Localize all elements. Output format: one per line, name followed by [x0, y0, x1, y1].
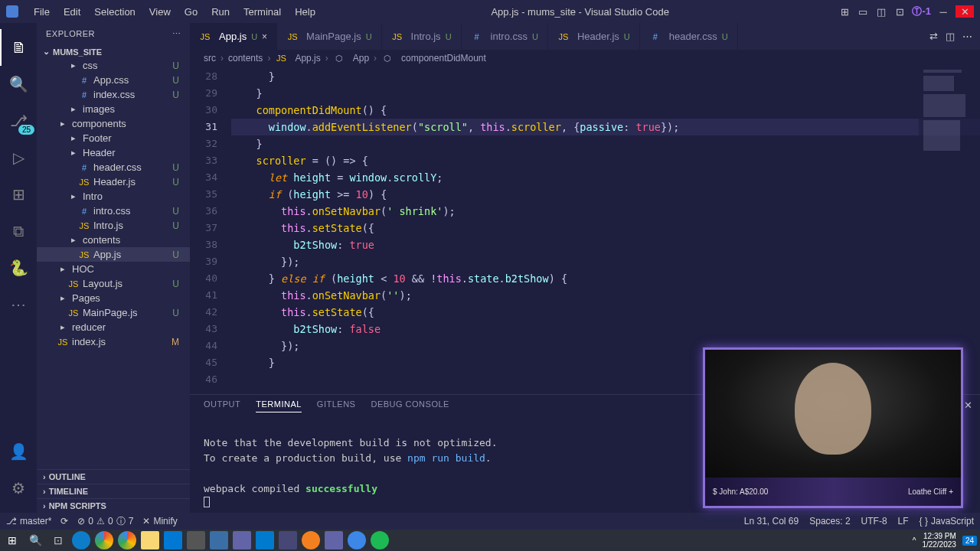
panel-close-icon[interactable]: ✕ [964, 399, 972, 411]
code-editor[interactable]: 28293031323334353637383940414243444546 }… [190, 67, 980, 394]
menu-help[interactable]: Help [289, 3, 322, 21]
editor-tab[interactable]: JSMainPage.jsU [277, 23, 382, 50]
task-view-icon[interactable]: ⊡ [49, 531, 67, 549]
tree-item[interactable]: ▸Intro [37, 189, 190, 204]
cursor-position[interactable]: Ln 31, Col 69 [744, 516, 799, 527]
extensions-icon[interactable]: ⊞ [0, 176, 37, 213]
panel-tab-debug-console[interactable]: DEBUG CONSOLE [371, 399, 449, 412]
app-icon[interactable] [210, 531, 228, 549]
tree-item[interactable]: JSHeader.jsU [37, 174, 190, 189]
breadcrumb-item[interactable]: src [204, 53, 216, 64]
minimap[interactable] [919, 67, 980, 394]
more-icon[interactable]: ⋯ [0, 286, 37, 323]
breadcrumb-item[interactable]: App [353, 53, 369, 64]
editor-tab[interactable]: JSHeader.jsU [548, 23, 640, 50]
menu-edit[interactable]: Edit [57, 3, 87, 21]
tree-item[interactable]: #App.cssU [37, 73, 190, 87]
breadcrumb-item[interactable]: componentDidMount [401, 53, 486, 64]
minify[interactable]: ✕ Minify [142, 516, 177, 527]
menu-go[interactable]: Go [178, 3, 204, 21]
sync-icon[interactable]: ⟳ [60, 516, 68, 527]
breadcrumb-item[interactable]: App.js [295, 53, 320, 64]
close-icon[interactable]: × [262, 31, 267, 42]
editor-tab[interactable]: JSApp.jsU× [190, 23, 277, 50]
section-npm-scripts[interactable]: › NPM SCRIPTS [37, 498, 190, 513]
teams-icon[interactable] [325, 531, 343, 549]
panel-tab-gitlens[interactable]: GITLENS [317, 399, 356, 412]
search-icon[interactable]: 🔍 [0, 66, 37, 103]
explorer-icon[interactable] [141, 531, 159, 549]
menu-view[interactable]: View [143, 3, 177, 21]
split-icon[interactable]: ◫ [946, 31, 955, 42]
menu-terminal[interactable]: Terminal [237, 3, 287, 21]
tree-item[interactable]: JSIntro.jsU [37, 218, 190, 233]
tree-item[interactable]: ▸reducer [37, 320, 190, 334]
source-control-icon[interactable]: ⎇25 [0, 103, 37, 139]
tree-item[interactable]: ▸cssU [37, 58, 190, 73]
editor-tab[interactable]: #intro.cssU [462, 23, 548, 50]
explorer-icon[interactable]: 🗎 [0, 29, 37, 66]
indentation[interactable]: Spaces: 2 [809, 516, 850, 527]
chrome-icon[interactable] [95, 531, 113, 549]
editor-tab[interactable]: #header.cssU [640, 23, 738, 50]
tree-item[interactable]: JSMainPage.jsU [37, 305, 190, 320]
language-mode[interactable]: { } JavaScript [920, 516, 974, 527]
editor-tab[interactable]: JSIntro.jsU [382, 23, 462, 50]
problems[interactable]: ⊘ 0 ⚠ 0 ⓘ 7 [77, 515, 133, 528]
notifications-icon[interactable]: 24 [962, 536, 977, 546]
start-icon[interactable]: ⊞ [3, 531, 21, 549]
encoding[interactable]: UTF-8 [861, 516, 887, 527]
eol[interactable]: LF [898, 516, 909, 527]
panel-tab-output[interactable]: OUTPUT [204, 399, 240, 412]
layout-icon[interactable]: ⊞ [838, 5, 851, 18]
twitch-icon[interactable]: Ⓣ-1 [912, 5, 931, 18]
tree-item[interactable]: JSApp.jsU [37, 247, 190, 262]
menu-file[interactable]: File [28, 3, 56, 21]
run-debug-icon[interactable]: ▷ [0, 139, 37, 176]
tree-item[interactable]: JSLayout.jsU [37, 276, 190, 291]
menu-run[interactable]: Run [205, 3, 236, 21]
breadcrumb-item[interactable]: contents [228, 53, 263, 64]
app-icon[interactable] [233, 531, 251, 549]
remote-icon[interactable]: ⧉ [0, 213, 37, 249]
tree-item[interactable]: ▸contents [37, 233, 190, 247]
tree-item[interactable]: ▸Footer [37, 131, 190, 145]
tree-item[interactable]: #header.cssU [37, 160, 190, 174]
project-section[interactable]: ⌄ MUMS_SITE [37, 45, 190, 58]
layout-icon[interactable]: ▭ [857, 5, 869, 18]
account-icon[interactable]: 👤 [0, 433, 37, 470]
more-icon[interactable]: ⋯ [962, 31, 972, 42]
close-icon[interactable]: ✕ [956, 5, 974, 18]
app-icon[interactable] [348, 531, 366, 549]
tray-icon[interactable]: ^ [913, 536, 916, 545]
section-outline[interactable]: › OUTLINE [37, 469, 190, 484]
compare-icon[interactable]: ⇄ [929, 31, 938, 42]
git-branch[interactable]: ⎇ master* [6, 516, 51, 527]
app-icon[interactable] [279, 531, 297, 549]
code-content[interactable]: } } componentDidMount() { window.addEven… [231, 67, 980, 394]
more-icon[interactable]: ⋯ [172, 29, 181, 39]
panel-tab-terminal[interactable]: TERMINAL [256, 399, 302, 412]
chrome-icon[interactable] [118, 531, 136, 549]
settings-icon[interactable]: ⚙ [0, 470, 37, 507]
layout-icon[interactable]: ◫ [875, 5, 887, 18]
app-icon[interactable] [302, 531, 320, 549]
vscode-icon[interactable] [256, 531, 274, 549]
menu-selection[interactable]: Selection [88, 3, 141, 21]
tree-item[interactable]: #intro.cssU [37, 204, 190, 218]
section-timeline[interactable]: › TIMELINE [37, 484, 190, 498]
tree-item[interactable]: JSindex.jsM [37, 334, 190, 349]
tree-item[interactable]: ▸HOC [37, 262, 190, 276]
clock[interactable]: 12:39 PM 1/22/2023 [922, 532, 956, 549]
minimize-icon[interactable]: ─ [937, 5, 949, 18]
edge-icon[interactable] [72, 531, 90, 549]
tree-item[interactable]: ▸Pages [37, 291, 190, 305]
layout-icon[interactable]: ⊡ [893, 5, 906, 18]
breadcrumb[interactable]: src›contents›JSApp.js›⬡App›⬡componentDid… [190, 50, 980, 67]
tree-item[interactable]: #index.cssU [37, 87, 190, 102]
tree-item[interactable]: ▸images [37, 102, 190, 116]
python-icon[interactable]: 🐍 [0, 249, 37, 286]
tree-item[interactable]: ▸Header [37, 145, 190, 160]
outlook-icon[interactable] [164, 531, 182, 549]
spotify-icon[interactable] [371, 531, 389, 549]
